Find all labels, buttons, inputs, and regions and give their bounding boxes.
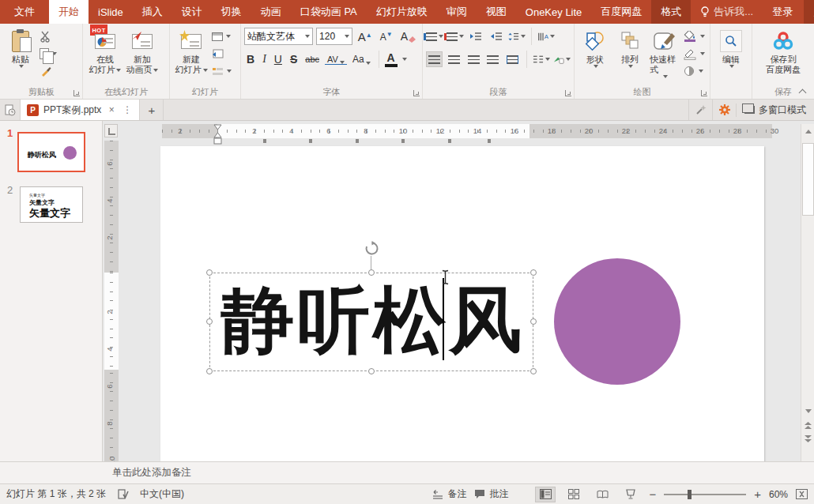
- vertical-ruler[interactable]: 642246810: [104, 141, 119, 461]
- new-slide-button[interactable]: 新建 幻灯片: [173, 26, 210, 77]
- horizontal-ruler[interactable]: 224681012141618202224262830: [162, 124, 772, 138]
- slide-layout-button[interactable]: [212, 29, 232, 43]
- slide-1-thumbnail[interactable]: 静听松风: [17, 132, 85, 172]
- line-spacing-button[interactable]: [508, 28, 526, 44]
- arrange-dropdown-icon[interactable]: [628, 65, 633, 68]
- align-left-button[interactable]: [426, 51, 443, 67]
- font-dialog-launcher[interactable]: [413, 90, 420, 96]
- shrink-font-button[interactable]: A▼: [378, 31, 395, 43]
- change-case-button[interactable]: Aa: [350, 54, 373, 65]
- tab-menu-icon[interactable]: ⋮: [122, 104, 133, 115]
- resize-handle-s[interactable]: [368, 368, 375, 374]
- resize-handle-n[interactable]: [368, 269, 375, 276]
- online-slides-button[interactable]: HOT 在线 幻灯片: [86, 26, 123, 77]
- previous-slide-button[interactable]: [802, 419, 814, 431]
- menu-tab--[interactable]: 插入: [133, 0, 172, 24]
- zoom-slider-thumb[interactable]: [688, 490, 692, 499]
- justify-button[interactable]: [484, 51, 501, 67]
- font-color-button[interactable]: A: [385, 51, 398, 67]
- new-anim-page-button[interactable]: 新加 动画页: [123, 26, 160, 77]
- magic-wand-button[interactable]: [688, 100, 712, 120]
- paragraph-dialog-launcher[interactable]: [565, 90, 571, 96]
- strikethrough-abc-button[interactable]: abc: [303, 55, 322, 64]
- zoom-level[interactable]: 60%: [769, 489, 788, 500]
- zoom-slider[interactable]: [664, 494, 746, 495]
- menu-tab--[interactable]: 设计: [172, 0, 212, 24]
- clear-formatting-button[interactable]: A: [398, 30, 419, 43]
- columns-button[interactable]: [533, 51, 550, 67]
- reset-slide-button[interactable]: [212, 47, 232, 61]
- font-size-dropdown-icon[interactable]: [345, 35, 349, 38]
- new-slide-dropdown-icon[interactable]: [203, 69, 208, 72]
- edit-button[interactable]: 编辑: [714, 26, 748, 70]
- scroll-up-button[interactable]: [802, 126, 814, 137]
- menu-tab-islide[interactable]: iSlide: [89, 0, 133, 24]
- settings-gear-button[interactable]: [712, 100, 736, 120]
- menu-tab--[interactable]: 告诉我...: [691, 0, 763, 24]
- cut-button[interactable]: [40, 29, 57, 43]
- zoom-in-button[interactable]: +: [754, 491, 761, 498]
- font-name-dropdown-icon[interactable]: [305, 35, 310, 38]
- increase-indent-button[interactable]: [488, 28, 505, 44]
- document-tab[interactable]: P PPT案例.pptx × ⋮: [21, 100, 140, 120]
- font-name-combo[interactable]: 站酷文艺体: [244, 28, 313, 45]
- menu-tab--[interactable]: 开始: [49, 0, 89, 24]
- resize-handle-e[interactable]: [530, 318, 537, 325]
- scrollbar-thumb[interactable]: [802, 143, 814, 216]
- resize-handle-w[interactable]: [206, 318, 213, 325]
- bold-button[interactable]: B: [244, 53, 257, 66]
- normal-view-button[interactable]: [535, 487, 556, 502]
- reading-view-button[interactable]: [592, 487, 612, 502]
- shape-fill-button[interactable]: [684, 29, 705, 43]
- multi-window-mode-button[interactable]: 多窗口模式: [736, 103, 814, 117]
- collapse-ribbon-button[interactable]: [798, 88, 808, 96]
- slideshow-view-button[interactable]: [620, 487, 641, 502]
- rotation-handle-icon[interactable]: [364, 241, 379, 256]
- align-center-button[interactable]: [446, 51, 462, 67]
- new-anim-page-dropdown-icon[interactable]: [153, 69, 158, 72]
- next-slide-button[interactable]: [802, 432, 814, 444]
- comments-toggle-button[interactable]: 批注: [474, 487, 508, 501]
- menu-tab--[interactable]: 幻灯片放映: [367, 0, 437, 24]
- shape-effects-button[interactable]: [684, 64, 705, 78]
- decrease-indent-button[interactable]: [467, 28, 484, 44]
- online-slides-dropdown-icon[interactable]: [116, 69, 121, 72]
- resize-handle-sw[interactable]: [206, 368, 213, 374]
- text-direction-button[interactable]: A: [537, 28, 555, 44]
- resize-handle-ne[interactable]: [530, 269, 537, 276]
- menu-tab--pa[interactable]: 口袋动画 PA: [291, 0, 367, 24]
- quick-styles-button[interactable]: 快速样式: [647, 26, 682, 80]
- char-spacing-button[interactable]: AV: [325, 55, 347, 65]
- menu-tab--[interactable]: 切换: [212, 0, 251, 24]
- notes-toggle-button[interactable]: 备注: [432, 487, 466, 501]
- shapes-dropdown-icon[interactable]: [594, 65, 598, 68]
- language-status[interactable]: 中文(中国): [140, 487, 184, 501]
- bullets-button[interactable]: [426, 28, 443, 44]
- shapes-button[interactable]: 形状: [578, 26, 612, 70]
- copy-button[interactable]: [40, 47, 57, 61]
- paste-dropdown-icon[interactable]: [19, 65, 24, 68]
- menu-tab--[interactable]: 共享: [804, 0, 814, 24]
- tab-history-button[interactable]: [0, 100, 21, 120]
- slide-2-thumbnail[interactable]: 矢量文字 矢量文字 矢量文字: [20, 186, 83, 223]
- menu-tab-file[interactable]: 文件: [0, 0, 49, 24]
- edit-dropdown-icon[interactable]: [729, 65, 734, 68]
- selected-textbox[interactable]: 静听松风: [209, 273, 533, 371]
- notes-pane[interactable]: 单击此处添加备注: [0, 461, 814, 483]
- menu-tab--[interactable]: 登录: [763, 0, 802, 24]
- paste-button[interactable]: 粘贴: [3, 26, 38, 70]
- align-right-button[interactable]: [465, 51, 482, 67]
- scroll-down-button[interactable]: [802, 405, 814, 417]
- menu-tab--[interactable]: 动画: [251, 0, 291, 24]
- new-tab-button[interactable]: +: [140, 100, 164, 120]
- save-to-baidu-button[interactable]: 保存到 百度网盘: [756, 26, 811, 77]
- resize-handle-se[interactable]: [530, 368, 537, 374]
- arrange-button[interactable]: 排列: [612, 26, 647, 70]
- menu-tab--[interactable]: 百度网盘: [591, 0, 651, 24]
- section-button[interactable]: [212, 64, 232, 78]
- font-color-dropdown-icon[interactable]: [402, 58, 407, 61]
- shape-outline-button[interactable]: [684, 47, 705, 61]
- menu-tab--[interactable]: 视图: [477, 0, 516, 24]
- slide-sorter-view-button[interactable]: [563, 487, 584, 502]
- numbering-button[interactable]: [447, 28, 464, 44]
